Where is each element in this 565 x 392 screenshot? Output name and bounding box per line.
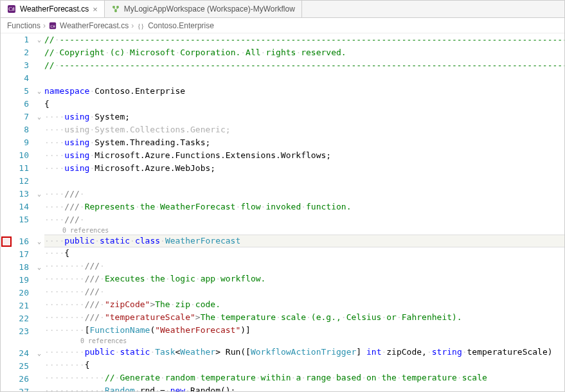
fold-toggle[interactable]: ⌄ [34,261,44,274]
gutter-row: 6 [1,98,44,111]
gutter-row: 5⌄ [1,85,44,98]
tab-bar: C# WeatherForecast.cs × MyLogicAppWorksp… [1,1,564,18]
code-line[interactable]: ····///· [44,213,564,226]
breakpoint-margin[interactable] [1,236,12,247]
line-number: 7 [12,111,34,123]
fold-toggle[interactable]: ⌄ [34,111,44,123]
gutter-row: 11 [1,162,44,175]
csharp-icon: C# [48,21,57,30]
gutter-row: 26 [1,373,44,386]
codelens[interactable]: 0 references [44,226,564,235]
code-line[interactable]: ····{ [44,247,564,260]
close-icon[interactable]: × [93,4,98,14]
line-number: 25 [12,360,34,373]
gutter-row: 12 [1,175,44,188]
fold-toggle[interactable]: ⌄ [34,85,44,98]
namespace-icon: {} [136,21,145,30]
tab-weatherforecast[interactable]: C# WeatherForecast.cs × [1,1,105,17]
code-line[interactable]: //·Copyright·(c)·Microsoft·Corporation.·… [44,46,564,59]
chevron-right-icon: › [131,21,134,30]
code-line[interactable]: ········///· [44,260,564,272]
gutter-row: 20 [1,287,44,299]
line-number: 19 [12,274,34,287]
code-line[interactable]: //·-------------------------------------… [44,33,564,46]
gutter: 1⌄2345⌄67⌄8910111213⌄141516⌄1718⌄1920212… [1,33,44,392]
gutter-row: 2 [1,46,44,59]
gutter-row: 24⌄ [1,347,44,360]
code-line[interactable] [44,175,564,188]
fold-toggle[interactable]: ⌄ [34,188,44,200]
breadcrumb-item[interactable]: Functions [7,21,40,30]
line-number: 26 [12,373,34,386]
breadcrumb-item[interactable]: WeatherForecast.cs [60,21,129,30]
code-line[interactable]: ········public·static·Task<Weather> Run(… [44,346,564,359]
line-number: 24 [12,347,34,360]
code-line[interactable]: ········{ [44,359,564,371]
fold-toggle[interactable]: ⌄ [34,33,44,46]
line-number: 22 [12,312,34,325]
svg-point-4 [114,10,117,12]
svg-text:{}: {} [138,22,145,30]
gutter-row: 7⌄ [1,111,44,123]
gutter-row: 8 [1,123,44,136]
line-number: 16 [12,235,34,248]
line-number: 23 [12,325,34,338]
line-number: 1 [12,33,34,46]
code-area[interactable]: //·-------------------------------------… [44,33,564,392]
code-line[interactable]: ········///· [44,285,564,298]
line-number: 6 [12,98,34,111]
code-line[interactable] [44,72,564,85]
gutter-row: 13⌄ [1,188,44,200]
gutter-row [1,226,44,235]
gutter-row: 9 [1,136,44,149]
gutter-row: 25 [1,360,44,373]
tab-workflow[interactable]: MyLogicAppWorkspace (Workspace)-MyWorkfl… [105,1,302,17]
code-line[interactable]: ············Random·rnd·=·new·Random(); [44,384,564,392]
workflow-icon [111,4,120,13]
breakpoint-icon[interactable] [1,236,12,247]
code-line[interactable]: ····using·System.Collections.Generic; [44,123,564,136]
code-line[interactable]: { [44,98,564,111]
code-line[interactable]: ····using·System; [44,111,564,123]
fold-toggle[interactable]: ⌄ [34,235,44,248]
gutter-row: 14 [1,200,44,213]
code-editor[interactable]: 1⌄2345⌄67⌄8910111213⌄141516⌄1718⌄1920212… [1,33,564,392]
code-line[interactable]: ····public·static·class·WeatherForecast [44,235,564,247]
code-line[interactable]: ····using·Microsoft.Azure.Functions.Exte… [44,149,564,162]
gutter-row: 22 [1,312,44,325]
line-number: 10 [12,149,34,162]
line-number: 2 [12,46,34,59]
svg-text:C#: C# [51,24,55,28]
line-number: 21 [12,299,34,312]
gutter-row: 3 [1,59,44,72]
line-number: 20 [12,287,34,299]
line-number: 12 [12,175,34,188]
code-line[interactable]: namespace·Contoso.Enterprise [44,85,564,98]
line-number: 14 [12,200,34,213]
tab-label: MyLogicAppWorkspace (Workspace)-MyWorkfl… [124,4,295,13]
line-number: 27 [12,386,34,392]
code-line[interactable]: ········///·Executes·the·logic·app·workf… [44,272,564,285]
line-number: 11 [12,162,34,175]
line-number: 8 [12,123,34,136]
gutter-row: 10 [1,149,44,162]
csharp-icon: C# [7,4,16,13]
codelens[interactable]: 0 references [44,337,564,346]
code-line[interactable]: ····using·Microsoft.Azure.WebJobs; [44,162,564,175]
code-line[interactable]: //·-------------------------------------… [44,59,564,72]
code-line[interactable]: ····///·Represents·the·WeatherForecast·f… [44,200,564,213]
gutter-row: 18⌄ [1,261,44,274]
code-line[interactable]: ····///· [44,188,564,200]
code-line[interactable]: ········///·"temperatureScale">The·tempe… [44,311,564,324]
line-number: 13 [12,188,34,200]
gutter-row: 17 [1,248,44,261]
line-number: 3 [12,59,34,72]
breadcrumb[interactable]: Functions › C# WeatherForecast.cs › {} C… [1,18,564,33]
code-line[interactable]: ····using·System.Threading.Tasks; [44,136,564,149]
breadcrumb-item[interactable]: Contoso.Enterprise [148,21,214,30]
gutter-row [1,338,44,347]
code-line[interactable]: ········///·"zipCode">The·zip·code. [44,298,564,311]
fold-toggle[interactable]: ⌄ [34,347,44,360]
code-line[interactable]: ············//·Generate·random·temperatu… [44,371,564,384]
chevron-right-icon: › [43,21,46,30]
